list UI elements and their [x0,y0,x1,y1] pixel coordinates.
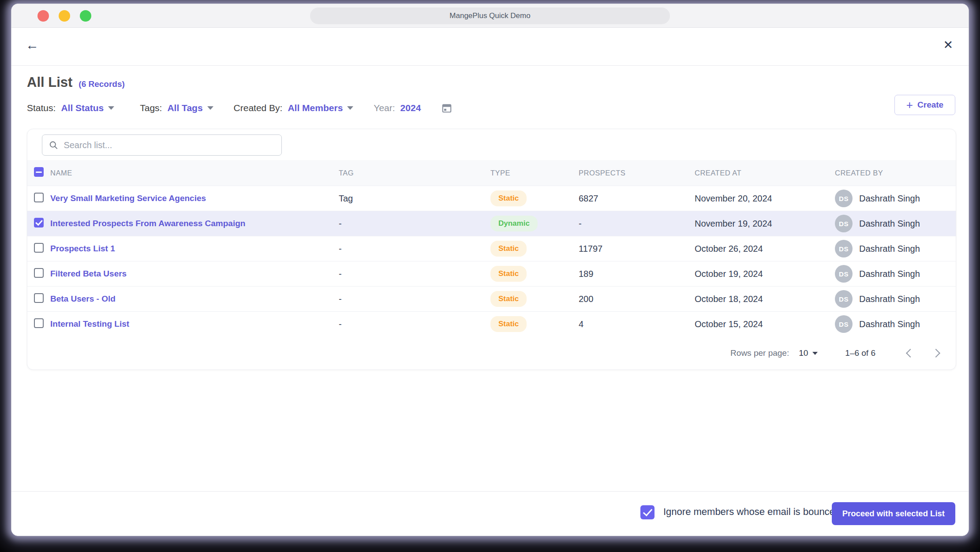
ignore-bounced-label: Ignore members whose email is bounced [663,506,840,518]
list-name-link[interactable]: Very Small Marketing Service Agencies [50,194,339,203]
minimize-window-button[interactable] [59,10,70,22]
table-row[interactable]: Internal Testing List - Static 4 October… [27,311,956,336]
column-header-tag: TAG [339,169,490,177]
chevron-down-icon[interactable] [207,106,213,110]
row-checkbox[interactable] [34,193,44,202]
prospects-cell: 6827 [579,194,695,204]
search-box [42,134,282,156]
close-window-button[interactable] [37,10,49,22]
avatar: DS [835,290,853,308]
next-page-icon[interactable] [931,349,940,358]
list-name-link[interactable]: Interested Prospects From Awareness Camp… [50,219,339,228]
created-by-cell: Dashrath Singh [859,244,920,254]
create-button-label: Create [917,100,943,110]
pagination-range: 1–6 of 6 [845,348,875,358]
table-row[interactable]: Prospects List 1 - Static 11797 October … [27,236,956,261]
calendar-icon[interactable] [441,102,453,114]
status-filter-value[interactable]: All Status [61,103,104,113]
avatar: DS [835,215,853,232]
created-by-filter-value[interactable]: All Members [288,103,343,113]
tag-cell: - [339,319,490,329]
type-badge: Static [490,190,527,206]
prospects-cell: - [579,219,695,229]
prospects-cell: 200 [579,294,695,304]
row-checkbox[interactable] [34,243,44,253]
previous-page-icon[interactable] [906,349,915,358]
created-at-cell: October 26, 2024 [695,244,835,254]
proceed-button[interactable]: Proceed with selected List [832,502,955,525]
avatar: DS [835,190,853,207]
tag-cell: Tag [339,194,490,204]
created-by-cell: Dashrath Singh [859,269,920,279]
type-badge: Static [490,316,527,332]
type-badge: Dynamic [490,216,538,231]
rows-per-page-select[interactable]: 10 [799,348,808,358]
tags-filter-value[interactable]: All Tags [167,103,202,113]
select-all-checkbox[interactable] [34,167,44,177]
table-row[interactable]: Very Small Marketing Service Agencies Ta… [27,186,956,211]
prospects-cell: 4 [579,319,695,329]
created-by-cell: Dashrath Singh [859,319,920,329]
list-name-link[interactable]: Beta Users - Old [50,294,339,304]
row-checkbox[interactable] [34,218,44,228]
created-by-cell: Dashrath Singh [859,219,920,229]
app-window: MangePlus Quick Demo ← ✕ All List (6 Rec… [11,4,969,536]
page-title: All List [27,75,72,90]
created-by-cell: Dashrath Singh [859,294,920,304]
row-checkbox[interactable] [34,318,44,328]
created-by-cell: Dashrath Singh [859,194,920,204]
year-filter-value[interactable]: 2024 [400,103,421,113]
table-header-row: NAME TAG TYPE PROSPECTS CREATED AT CREAT… [27,160,956,186]
row-checkbox[interactable] [34,293,44,303]
avatar: DS [835,265,853,283]
modal-header: ← ✕ [11,28,969,66]
zoom-window-button[interactable] [80,10,91,22]
row-checkbox[interactable] [34,268,44,278]
records-count: (6 Records) [79,79,125,89]
pagination-bar: Rows per page: 10 1–6 of 6 [27,336,956,370]
ignore-bounced-checkbox[interactable] [640,505,655,519]
created-at-cell: October 18, 2024 [695,294,835,304]
table-row[interactable]: Filtered Beta Users - Static 189 October… [27,261,956,286]
rows-per-page-label: Rows per page: [730,348,789,358]
column-header-prospects: PROSPECTS [579,169,695,177]
list-name-link[interactable]: Internal Testing List [50,319,339,329]
close-icon[interactable]: ✕ [943,39,953,51]
back-arrow-icon[interactable]: ← [26,38,39,52]
type-badge: Static [490,241,527,257]
column-header-name: NAME [50,169,339,177]
plus-icon: + [906,99,913,111]
create-button[interactable]: + Create [894,95,955,115]
tag-cell: - [339,244,490,254]
table-row[interactable]: Beta Users - Old - Static 200 October 18… [27,286,956,311]
created-at-cell: October 19, 2024 [695,269,835,279]
tag-cell: - [339,219,490,229]
list-table-card: NAME TAG TYPE PROSPECTS CREATED AT CREAT… [27,129,956,370]
created-at-cell: October 15, 2024 [695,319,835,329]
chevron-down-icon[interactable] [347,106,353,110]
type-badge: Static [490,266,527,282]
prospects-cell: 11797 [579,244,695,254]
status-filter-label: Status: [27,103,56,113]
list-name-link[interactable]: Filtered Beta Users [50,269,339,279]
window-title: MangePlus Quick Demo [310,7,670,24]
year-filter-label: Year: [374,103,395,113]
tags-filter-label: Tags: [140,103,162,113]
column-header-created-at: CREATED AT [695,169,835,177]
column-header-type: TYPE [490,169,579,177]
chevron-down-icon[interactable] [108,106,114,110]
avatar: DS [835,240,853,257]
created-at-cell: November 19, 2024 [695,219,835,229]
list-name-link[interactable]: Prospects List 1 [50,244,339,254]
table-row[interactable]: Interested Prospects From Awareness Camp… [27,211,956,236]
avatar: DS [835,315,853,333]
chevron-down-icon[interactable] [812,352,818,355]
created-at-cell: November 20, 2024 [695,194,835,204]
created-by-filter-label: Created By: [234,103,283,113]
tag-cell: - [339,269,490,279]
heading-row: All List (6 Records) [11,66,969,90]
search-icon [49,140,58,150]
search-input[interactable] [64,140,275,150]
type-badge: Static [490,291,527,307]
modal-footer: Ignore members whose email is bounced Pr… [11,491,969,536]
